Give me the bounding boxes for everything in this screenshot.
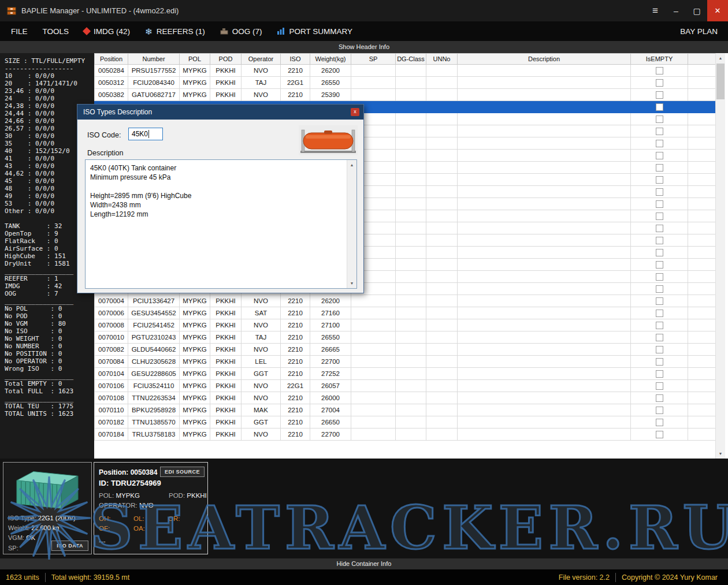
column-header-unno[interactable]: UNNo (426, 54, 458, 65)
table-row[interactable]: 0070110BPKU2958928MYPKGPKKHIMAK221027004 (95, 404, 716, 416)
table-row[interactable]: 0070108TTNU2263534MYPKGPKKHINVO221026000 (95, 392, 716, 404)
cell-isempty (631, 198, 688, 210)
description-textbox[interactable]: 45K0 (40TK) Tank container Minimum press… (85, 159, 357, 289)
column-header-position[interactable]: Position (95, 54, 128, 65)
cell-number: CLHU2305628 (128, 356, 180, 368)
edi-source-button[interactable]: EDI SOURCE (160, 467, 205, 477)
isempty-checkbox[interactable] (656, 382, 663, 390)
table-row[interactable]: 0070084CLHU2305628MYPKGPKKHILEL221022700 (95, 356, 716, 368)
column-header-iso[interactable]: ISO (281, 54, 310, 65)
scroll-up-icon[interactable]: ▲ (716, 53, 725, 63)
isempty-checkbox[interactable] (656, 67, 663, 74)
isempty-checkbox[interactable] (656, 237, 663, 244)
isempty-checkbox[interactable] (656, 79, 663, 87)
isempty-checkbox[interactable] (656, 346, 663, 353)
cell-isempty (631, 319, 688, 331)
isempty-checkbox[interactable] (656, 213, 663, 220)
table-row[interactable]: 0070008FCIU2541452MYPKGPKKHINVO221027100 (95, 319, 716, 331)
isempty-checkbox[interactable] (656, 164, 663, 172)
isempty-checkbox[interactable] (656, 249, 663, 256)
isempty-checkbox[interactable] (656, 273, 663, 281)
column-header-isempty[interactable]: IsEMPTY (631, 54, 688, 65)
isempty-checkbox[interactable] (656, 128, 663, 135)
isempty-checkbox[interactable] (656, 370, 663, 378)
isempty-checkbox[interactable] (656, 407, 663, 414)
column-header-sp[interactable]: SP (351, 54, 396, 65)
menu-file[interactable]: FILE (3, 21, 35, 41)
column-header-weight-kg-[interactable]: Weight(kg) (310, 54, 351, 65)
isempty-checkbox[interactable] (656, 419, 663, 426)
sidebar-stat-line: 23,46 : 0/0/0 (5, 87, 94, 95)
column-header-pol[interactable]: POL (180, 54, 210, 65)
close-button[interactable]: ✕ (707, 0, 728, 21)
isempty-checkbox[interactable] (656, 188, 663, 196)
table-row[interactable]: 0050284PRSU1577552MYPKGPKKHINVO221026200 (95, 65, 716, 77)
cell-number: FCIU2541452 (128, 319, 180, 331)
scroll-down-icon[interactable]: ▼ (716, 449, 725, 459)
isempty-checkbox[interactable] (656, 140, 663, 147)
menu-reefers[interactable]: ❄ REEFERS (1) (138, 21, 213, 41)
dialog-close-button[interactable]: x (351, 108, 359, 116)
table-row[interactable]: 0070004PCIU1336427MYPKGPKKHINVO221026200 (95, 295, 716, 307)
table-row[interactable]: 0070104GESU2288605MYPKGPKKHIGGT221027252 (95, 368, 716, 380)
isempty-checkbox[interactable] (656, 394, 663, 402)
table-header-row: PositionNumberPOLPODOperatorISOWeight(kg… (95, 54, 716, 65)
isempty-checkbox[interactable] (656, 358, 663, 366)
cell-dg-class (396, 113, 426, 125)
table-row[interactable]: 0070082GLDU5440662MYPKGPKKHINVO221026665 (95, 344, 716, 356)
isempty-checkbox[interactable] (656, 115, 663, 123)
isempty-checkbox[interactable] (656, 103, 663, 111)
table-row[interactable]: 0070184TRLU3758183MYPKGPKKHINVO221022700 (95, 428, 716, 441)
show-header-info-bar[interactable]: Show Header Info (0, 41, 728, 53)
isempty-checkbox[interactable] (656, 310, 663, 317)
iso-code-input[interactable]: 45K0 (128, 128, 163, 140)
cell-filler (688, 392, 716, 404)
isempty-checkbox[interactable] (656, 431, 663, 438)
maximize-button[interactable]: ▢ (686, 0, 707, 21)
scrollbar-thumb[interactable] (716, 64, 725, 99)
iso-data-button[interactable]: ISO DATA (51, 541, 88, 551)
menu-imdg[interactable]: IMDG (42) (76, 21, 138, 41)
column-header-pod[interactable]: POD (210, 54, 242, 65)
minimize-button[interactable]: – (666, 0, 686, 21)
column-header-dg-class[interactable]: DG-Class (396, 54, 426, 65)
dialog-title-bar[interactable]: ISO Types Description x (77, 105, 363, 120)
table-row[interactable]: 0050312FCIU2084340MYPKGPKKHITAJ22G126550 (95, 77, 716, 89)
isempty-checkbox[interactable] (656, 322, 663, 329)
scroll-up-icon[interactable]: ▲ (347, 160, 356, 170)
menu-tools[interactable]: TOOLS (35, 21, 77, 41)
title-bar: BAPLIE Manager - UNLIMITED - (4wmo22.edi… (0, 0, 728, 21)
cell-pol: MYPKG (180, 65, 210, 77)
menu-oog[interactable]: OOG (7) (213, 21, 270, 41)
pod-label: POD: (169, 492, 185, 499)
isempty-checkbox[interactable] (656, 261, 663, 269)
isempty-checkbox[interactable] (656, 176, 663, 184)
table-row[interactable]: 0070182TTNU1385570MYPKGPKKHIGGT221026650 (95, 416, 716, 428)
table-row[interactable]: 0070010PGTU2310243MYPKGPKKHITAJ221026550 (95, 331, 716, 344)
isempty-checkbox[interactable] (656, 297, 663, 305)
isempty-checkbox[interactable] (656, 285, 663, 293)
column-header-operator[interactable]: Operator (242, 54, 281, 65)
cell-pol: MYPKG (180, 428, 210, 441)
isempty-checkbox[interactable] (656, 225, 663, 232)
column-header-description[interactable]: Description (458, 54, 631, 65)
tank-container-image (299, 125, 358, 155)
column-header-number[interactable]: Number (128, 54, 180, 65)
isempty-checkbox[interactable] (656, 334, 663, 341)
table-row[interactable]: 0070006GESU3454552MYPKGPKKHISAT221027160 (95, 307, 716, 319)
reefer-snowflake-icon: ❄ (145, 27, 153, 36)
table-row[interactable]: 0070106FCIU3524110MYPKGPKKHINVO22G126057 (95, 380, 716, 392)
isempty-checkbox[interactable] (656, 91, 663, 99)
hide-container-info-bar[interactable]: Hide Container Info (0, 558, 728, 569)
description-scrollbar[interactable]: ▲ ▼ (347, 160, 356, 288)
table-row[interactable]: 0050382GATU0682717MYPKGPKKHINVO221025390 (95, 89, 716, 101)
hamburger-menu-icon[interactable]: ≡ (645, 0, 666, 21)
isempty-checkbox[interactable] (656, 200, 663, 208)
scroll-down-icon[interactable]: ▼ (347, 278, 356, 288)
menu-port-summary[interactable]: PORT SUMMARY (269, 21, 360, 41)
isempty-checkbox[interactable] (656, 152, 663, 159)
table-scrollbar[interactable]: ▲ ▼ (715, 53, 725, 459)
cell-isempty (631, 210, 688, 222)
menu-bay-plan[interactable]: BAY PLAN (673, 21, 728, 41)
cell-description (458, 283, 631, 295)
